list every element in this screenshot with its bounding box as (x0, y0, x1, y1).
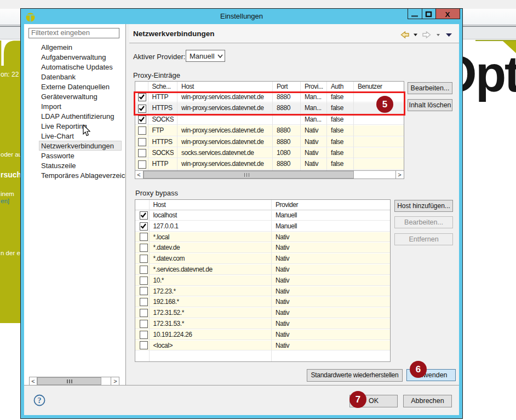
svg-text:?: ? (38, 396, 42, 405)
svg-text:X: X (445, 10, 450, 19)
